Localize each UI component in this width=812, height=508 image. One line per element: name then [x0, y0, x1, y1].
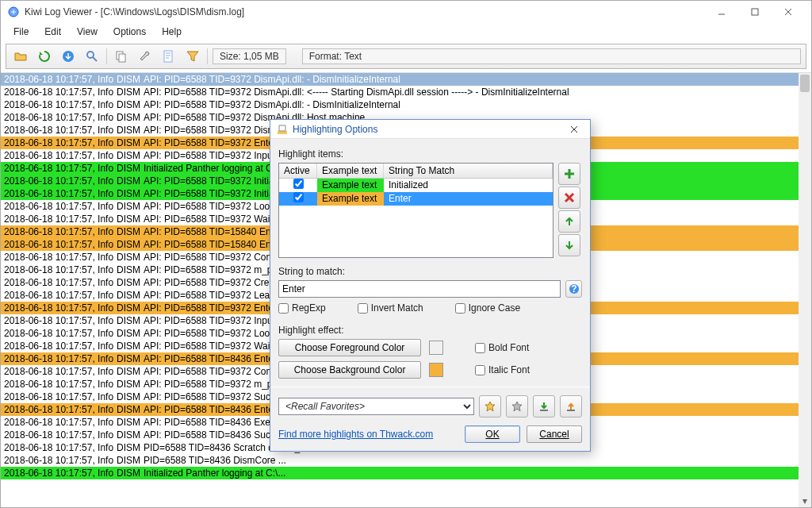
- filter-button[interactable]: [183, 47, 202, 66]
- highlight-rule-row[interactable]: Example textInitialized: [279, 179, 553, 192]
- invert-match-checkbox[interactable]: Invert Match: [358, 302, 423, 314]
- highlight-items-label: Highlight items:: [278, 148, 582, 160]
- dialog-close-button[interactable]: [565, 121, 584, 138]
- wrench-icon: [138, 49, 152, 64]
- move-down-button[interactable]: [558, 234, 580, 256]
- x-icon: [563, 191, 576, 204]
- size-label: Size: 1,05 MB: [213, 48, 286, 64]
- folder-open-icon: [13, 49, 28, 64]
- highlight-rule-row[interactable]: Example textEnter: [279, 192, 553, 206]
- menubar: File Edit View Options Help: [1, 23, 811, 40]
- dialog-title: Highlighting Options: [293, 124, 565, 135]
- export-icon: [565, 401, 576, 412]
- highlight-icon: [277, 124, 288, 135]
- arrow-up-icon: [563, 215, 576, 228]
- toolbar: Size: 1,05 MB Format: Text: [6, 44, 806, 69]
- search-icon: [85, 49, 99, 64]
- cancel-button[interactable]: Cancel: [527, 425, 582, 443]
- star-minus-icon: [511, 401, 523, 412]
- menu-edit[interactable]: Edit: [38, 25, 67, 39]
- maximize-button[interactable]: [738, 1, 772, 23]
- log-row[interactable]: 2018-06-18 10:17:57, InfoDISMAPI: PID=65…: [1, 73, 811, 86]
- separator: [207, 48, 208, 64]
- close-button[interactable]: [772, 1, 805, 23]
- settings-button[interactable]: [136, 47, 155, 66]
- import-icon: [538, 401, 550, 412]
- download-button[interactable]: [59, 47, 78, 66]
- add-rule-button[interactable]: [558, 163, 580, 185]
- menu-help[interactable]: Help: [155, 25, 188, 39]
- open-button[interactable]: [11, 47, 30, 66]
- scroll-down-arrow[interactable]: ▾: [799, 495, 811, 507]
- svg-marker-10: [485, 402, 495, 411]
- separator: [106, 48, 107, 64]
- svg-rect-1: [752, 9, 758, 15]
- col-match[interactable]: String To Match: [384, 164, 553, 178]
- fg-color-swatch: [429, 341, 443, 355]
- string-to-match-label: String to match:: [278, 266, 582, 277]
- question-icon: ?: [569, 283, 580, 294]
- funnel-icon: [186, 49, 200, 64]
- remove-favorite-button[interactable]: [506, 395, 528, 418]
- window-title: Kiwi Log Viewer - [C:\Windows\Logs\DISM\…: [25, 6, 705, 17]
- col-active[interactable]: Active: [279, 164, 317, 178]
- rule-active-checkbox[interactable]: [293, 179, 304, 189]
- ignore-case-checkbox[interactable]: Ignore Case: [455, 302, 520, 314]
- log-row[interactable]: 2018-06-18 10:17:57, InfoDISMAPI: PID=65…: [1, 98, 811, 111]
- import-button[interactable]: [533, 395, 555, 418]
- menu-view[interactable]: View: [71, 25, 104, 39]
- arrow-down-circle-icon: [61, 49, 75, 64]
- find-button[interactable]: [82, 47, 102, 66]
- highlight-items-grid[interactable]: Active Example text String To Match Exam…: [278, 163, 553, 258]
- regexp-checkbox[interactable]: RegExp: [278, 302, 326, 314]
- menu-file[interactable]: File: [7, 25, 35, 39]
- svg-rect-5: [119, 54, 125, 62]
- move-up-button[interactable]: [558, 210, 580, 233]
- app-icon: [7, 6, 20, 18]
- log-row[interactable]: 2018-06-18 10:17:57, InfoDISMAPI: PID=65…: [1, 86, 811, 98]
- menu-options[interactable]: Options: [107, 25, 152, 39]
- vertical-scrollbar[interactable]: ▴ ▾: [799, 73, 811, 507]
- star-plus-icon: [485, 401, 496, 412]
- svg-rect-6: [164, 51, 172, 62]
- col-example[interactable]: Example text: [317, 164, 384, 178]
- help-button[interactable]: ?: [565, 280, 582, 298]
- log-row[interactable]: 2018-06-18 10:17:57, InfoDISMPID=6588 TI…: [1, 454, 811, 467]
- bg-color-swatch: [429, 363, 443, 377]
- rule-active-checkbox[interactable]: [293, 192, 304, 202]
- svg-rect-7: [278, 131, 287, 134]
- choose-fg-color-button[interactable]: Choose Foreground Color: [278, 339, 421, 356]
- thwack-link[interactable]: Find more highlights on Thwack.com: [278, 429, 465, 440]
- bold-font-checkbox[interactable]: Bold Font: [475, 342, 529, 353]
- italic-font-checkbox[interactable]: Italic Font: [475, 364, 530, 375]
- plus-icon: [563, 167, 576, 180]
- scroll-thumb[interactable]: [800, 75, 810, 92]
- delete-rule-button[interactable]: [558, 187, 580, 209]
- dialog-titlebar[interactable]: Highlighting Options: [270, 120, 590, 139]
- copy-button[interactable]: [112, 47, 131, 66]
- ok-button[interactable]: OK: [465, 425, 520, 443]
- page-icon: [162, 49, 176, 64]
- choose-bg-color-button[interactable]: Choose Background Color: [278, 361, 421, 379]
- highlighting-options-dialog: Highlighting Options Highlight items: Ac…: [270, 119, 591, 452]
- highlight-effect-label: Highlight effect:: [278, 325, 582, 336]
- log-row[interactable]: 2018-06-18 10:17:57, InfoDISMInitialized…: [1, 467, 811, 479]
- minimize-button[interactable]: [705, 1, 738, 23]
- export-button[interactable]: [560, 395, 582, 418]
- clear-button[interactable]: [159, 47, 178, 66]
- svg-point-3: [87, 52, 94, 58]
- add-favorite-button[interactable]: [479, 395, 501, 418]
- refresh-button[interactable]: [35, 47, 54, 66]
- format-label: Format: Text: [302, 48, 801, 64]
- recall-favorites-select[interactable]: <Recall Favorites>: [278, 398, 474, 415]
- refresh-icon: [37, 49, 52, 64]
- arrow-down-icon: [563, 239, 576, 252]
- copy-icon: [114, 49, 128, 64]
- svg-text:?: ?: [571, 283, 576, 294]
- svg-marker-11: [512, 402, 522, 411]
- titlebar[interactable]: Kiwi Log Viewer - [C:\Windows\Logs\DISM\…: [1, 1, 811, 23]
- string-to-match-input[interactable]: [278, 280, 561, 298]
